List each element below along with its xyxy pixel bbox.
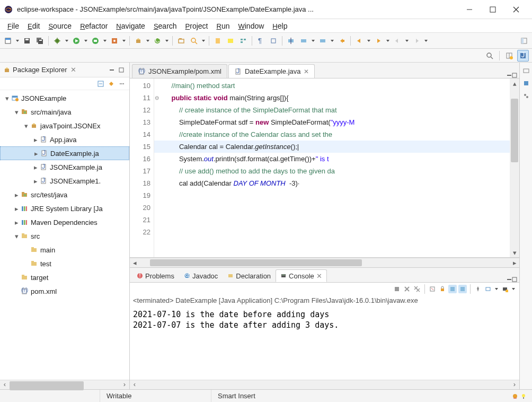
paragraph-button[interactable]: ¶ [255,35,267,47]
menu-source[interactable]: Source [44,20,76,32]
tree-item[interactable]: ▸JJSONExample.ja [0,160,129,174]
maximize-view-button[interactable] [117,65,126,75]
tree-item[interactable]: target [0,270,129,284]
editor-hscrollbar[interactable]: ◂▸ [130,258,519,267]
lightbulb-icon[interactable] [519,392,528,400]
annotation-prev-button[interactable] [285,35,297,47]
tip-of-day-icon[interactable] [511,392,519,400]
nav-forward-button[interactable] [411,35,422,47]
editor-maximize-button[interactable] [512,73,517,78]
run-dropdown[interactable] [83,40,88,42]
perspective-button[interactable] [518,35,530,47]
back-dropdown[interactable] [366,40,371,42]
tree-item[interactable]: ▾JSONExample [0,91,129,105]
minimize-view-button[interactable] [107,65,117,75]
tab-close-icon[interactable]: ✕ [304,68,309,75]
run-button[interactable] [70,35,82,47]
minimize-button[interactable] [458,2,481,18]
block-button[interactable] [268,35,279,47]
console-output[interactable]: 2021-07-10 is the date before adding day… [130,307,519,380]
tree-item[interactable]: ▸JJSONExample1. [0,174,129,188]
forward-button[interactable] [373,35,384,47]
editor-vscrollbar[interactable]: ▴▾ [510,78,519,257]
toggle-breadcrumb-button[interactable] [237,35,249,47]
view-close-x[interactable]: ✕ [70,66,76,74]
tree-twisty[interactable]: ▾ [3,94,11,102]
code-editor[interactable]: 10111213141516171819202122 //main() meth… [130,78,519,258]
search-dropdown[interactable] [201,40,206,42]
nav-back-dropdown[interactable] [404,40,410,42]
view-menu-button[interactable] [118,80,126,88]
bottom-tab-console[interactable]: Console ✕ [276,269,327,282]
tree-twisty[interactable]: ▸ [32,150,40,158]
tree-twisty[interactable]: ▸ [32,177,39,185]
tree-item[interactable]: ▸JRE System Library [Ja [0,202,129,215]
tree-item[interactable]: ▾src [0,229,129,243]
close-button[interactable] [504,2,528,18]
tree-item[interactable]: main [0,243,129,257]
save-all-button[interactable] [34,35,46,47]
bottom-tab-javadoc[interactable]: @Javadoc [179,269,223,282]
quick-access-search-icon[interactable] [484,50,495,62]
editor-minimize-button[interactable] [507,73,512,78]
new-package-button[interactable] [132,35,144,47]
tree-item[interactable]: ▸JApp.java [0,133,129,146]
debug-button[interactable] [51,35,63,47]
menu-window[interactable]: Window [234,20,268,32]
debug-dropdown[interactable] [64,40,69,42]
tree-item[interactable]: ▸src/test/java [0,188,129,202]
new-class-dropdown[interactable] [164,40,170,42]
nav-forward-dropdown[interactable] [423,40,429,42]
open-console-dropdown[interactable] [511,288,516,290]
outline-trim-icon[interactable] [521,91,531,101]
collapse-all-button[interactable] [96,80,105,88]
bottom-tab-declaration[interactable]: Declaration [223,269,276,282]
open-console-button[interactable] [501,285,509,293]
menu-navigate[interactable]: Navigate [112,20,149,32]
annotation-up-dropdown[interactable] [330,40,335,42]
editor-tab[interactable]: ⓜJSONExample/pom.xml [132,64,227,78]
menu-search[interactable]: Search [149,20,181,32]
new-button[interactable] [2,35,14,47]
forward-dropdown[interactable] [385,40,391,42]
tree-item[interactable]: ▸JDateExample.ja [0,146,129,160]
tree-item[interactable]: ▾javaTpoint.JSONEx [0,119,129,133]
restore-view-button[interactable] [521,66,531,75]
annotation-next-dropdown[interactable] [311,40,316,42]
tree-twisty[interactable]: ▸ [32,136,39,144]
tree-twisty[interactable]: ▸ [13,191,20,199]
coverage-button[interactable] [90,35,101,47]
remove-launch-button[interactable] [403,285,411,293]
editor-gutter[interactable]: 10111213141516171819202122 [130,78,154,257]
tree-item[interactable]: ⓜpom.xml [0,284,129,298]
editor-tab[interactable]: JDateExample.java✕ [228,64,315,78]
menu-edit[interactable]: Edit [23,20,44,32]
link-editor-button[interactable] [107,80,116,88]
coverage-dropdown[interactable] [102,40,108,42]
toggle-mark-button[interactable] [212,35,224,47]
word-wrap-button[interactable] [448,285,457,293]
scroll-lock-button[interactable] [438,285,447,293]
tab-close-icon[interactable]: ✕ [316,272,322,280]
new-package-dropdown[interactable] [145,40,150,42]
show-console-button[interactable] [458,285,467,293]
tree-twisty[interactable]: ▾ [13,108,20,116]
tree-twisty[interactable]: ▸ [13,219,20,226]
bottom-tab-problems[interactable]: !Problems [132,269,179,282]
save-button[interactable] [21,35,33,47]
bottom-minimize-button[interactable] [507,277,512,282]
open-type-button[interactable] [175,35,187,47]
menu-file[interactable]: File [3,20,23,32]
menu-project[interactable]: Project [181,20,212,32]
nav-back-button[interactable] [392,35,403,47]
remove-all-button[interactable] [413,285,421,293]
tree-item[interactable]: test [0,257,129,270]
clear-console-button[interactable] [428,285,437,293]
external-tools-dropdown[interactable] [121,40,127,42]
tree-twisty[interactable]: ▸ [32,163,39,171]
menu-help[interactable]: Help [268,20,291,32]
last-edit-button[interactable] [336,35,348,47]
search-button[interactable] [188,35,200,47]
java-perspective-button[interactable]: J [517,50,529,62]
display-console-dropdown[interactable] [494,288,499,290]
